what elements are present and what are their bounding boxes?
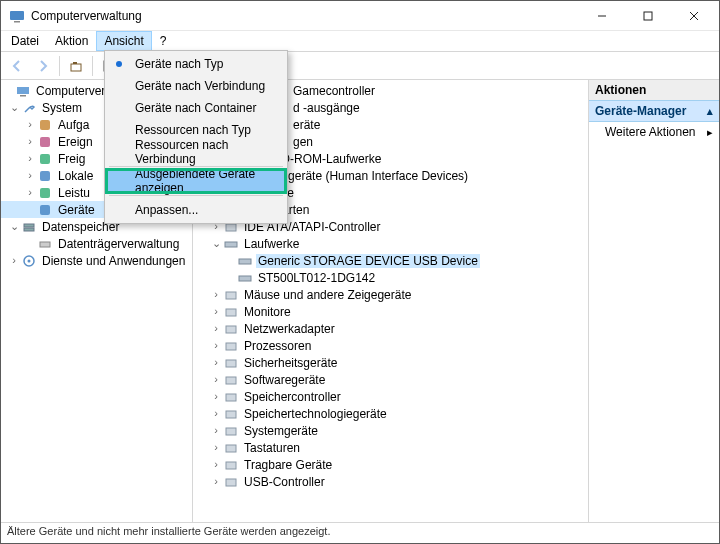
tree-drive-selected[interactable]: Generic STORAGE DEVICE USB Device [193,252,588,269]
tree-item[interactable]: › Monitore [193,303,588,320]
svg-rect-42 [226,428,236,435]
expand-icon[interactable]: › [209,442,223,453]
minimize-button[interactable] [579,1,625,31]
menu-action[interactable]: Aktion [47,31,96,51]
expand-icon[interactable]: › [23,187,37,198]
menu-resources-by-connection[interactable]: Ressourcen nach Verbindung [107,141,285,163]
menu-file[interactable]: Datei [3,31,47,51]
expand-icon[interactable]: › [7,255,21,266]
statusbar: Ältere Geräte und nicht mehr installiert… [1,523,719,543]
menu-show-hidden-devices[interactable]: Ausgeblendete Geräte anzeigen [107,170,285,192]
device-icon [223,304,239,320]
expand-icon[interactable]: › [209,323,223,334]
expand-icon[interactable]: › [209,289,223,300]
svg-point-25 [28,259,31,262]
menu-devices-by-connection[interactable]: Geräte nach Verbindung [107,75,285,97]
collapse-icon: ▴ [707,106,713,117]
menu-devices-by-type[interactable]: Geräte nach Typ [107,53,285,75]
svg-rect-43 [226,445,236,452]
expand-icon[interactable]: › [209,425,223,436]
tree-item[interactable]: › Softwaregeräte [193,371,588,388]
tree-item[interactable]: › Speichertechnologiegeräte [193,405,588,422]
tree-drives[interactable]: ⌄ Laufwerke [193,235,588,252]
menu-separator [109,195,283,196]
expand-icon[interactable]: › [209,391,223,402]
expand-icon[interactable]: › [209,476,223,487]
tree-item[interactable]: › Speichercontroller [193,388,588,405]
device-icon [223,287,239,303]
actions-context[interactable]: Geräte-Manager ▴ [589,100,719,122]
expand-icon[interactable]: › [23,153,37,164]
forward-button[interactable] [31,54,55,78]
expand-icon[interactable]: › [209,459,223,470]
expand-icon[interactable]: › [209,408,223,419]
computer-icon [15,83,31,99]
separator [92,56,93,76]
collapse-icon[interactable]: ⌄ [7,221,21,232]
menu-help[interactable]: ? [152,31,175,51]
device-icon [223,355,239,371]
window: Computerverwaltung Datei Aktion Ansicht … [0,0,720,544]
event-icon [37,134,53,150]
tree-item[interactable]: › Systemgeräte [193,422,588,439]
actions-pane: Aktionen Geräte-Manager ▴ Weitere Aktion… [589,80,719,522]
device-icon [223,389,239,405]
svg-rect-13 [17,87,29,94]
svg-rect-7 [73,62,77,64]
svg-rect-22 [24,228,34,231]
svg-rect-32 [239,259,251,264]
close-button[interactable] [671,1,717,31]
tree-item[interactable]: › Netzwerkadapter [193,320,588,337]
more-actions[interactable]: Weitere Aktionen ▸ [589,121,719,143]
svg-rect-35 [226,309,236,316]
tools-icon [21,100,37,116]
tree-drive[interactable]: ST500LT012-1DG142 [193,269,588,286]
svg-rect-14 [20,95,26,97]
device-icon [223,440,239,456]
svg-rect-39 [226,377,236,384]
storage-icon [21,219,37,235]
device-icon [223,372,239,388]
drive-icon [237,270,253,286]
menu-customize[interactable]: Anpassen... [107,199,285,221]
svg-rect-21 [24,224,34,227]
maximize-button[interactable] [625,1,671,31]
perf-icon [37,185,53,201]
back-button[interactable] [5,54,29,78]
collapse-icon[interactable]: ⌄ [209,238,223,249]
menubar: Datei Aktion Ansicht ? [1,31,719,52]
clock-icon [37,117,53,133]
tree-item[interactable]: › Tragbare Geräte [193,456,588,473]
menu-view[interactable]: Ansicht [96,31,151,51]
expand-icon[interactable]: › [209,306,223,317]
disk-icon [37,236,53,252]
svg-rect-44 [226,462,236,469]
svg-rect-23 [40,242,50,247]
expand-icon[interactable]: › [209,374,223,385]
expand-icon[interactable]: › [23,136,37,147]
svg-rect-33 [239,276,251,281]
expand-icon[interactable]: › [209,340,223,351]
expand-icon[interactable]: › [209,357,223,368]
device-icon [223,338,239,354]
tree-item[interactable]: › USB-Controller [193,473,588,490]
tree-item[interactable]: › Mäuse und andere Zeigegeräte [193,286,588,303]
tree-item[interactable]: › Sicherheitsgeräte [193,354,588,371]
drive-icon [223,236,239,252]
app-icon [9,8,25,24]
tree-item[interactable]: › Prozessoren [193,337,588,354]
menu-devices-by-container[interactable]: Geräte nach Container [107,97,285,119]
tree-services[interactable]: › Dienste und Anwendungen [1,252,192,269]
window-title: Computerverwaltung [31,9,579,23]
up-button[interactable] [64,54,88,78]
expand-icon[interactable]: › [23,119,37,130]
expand-icon[interactable]: › [23,170,37,181]
svg-rect-6 [71,64,81,71]
view-menu-dropdown: Geräte nach Typ Geräte nach Verbindung G… [104,50,288,224]
device-icon [223,423,239,439]
tree-item[interactable]: › Tastaturen [193,439,588,456]
svg-rect-45 [226,479,236,486]
collapse-icon[interactable]: ⌄ [7,102,21,113]
svg-rect-0 [10,11,24,20]
tree-diskmgmt[interactable]: Datenträgerverwaltung [1,235,192,252]
